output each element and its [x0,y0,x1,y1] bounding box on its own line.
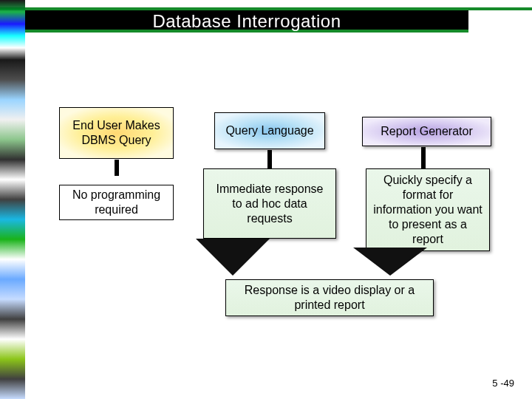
decorative-sidebar [0,0,25,399]
box-end-user-label: End User Makes DBMS Query [66,118,167,148]
box-response-label: Response is a video display or a printed… [232,283,427,313]
box-quickly-specify-label: Quickly specify a format for information… [372,173,483,247]
box-report-generator-label: Report Generator [381,124,473,139]
box-quickly-specify: Quickly specify a format for information… [366,168,490,251]
connector-1 [115,160,119,176]
box-end-user: End User Makes DBMS Query [59,107,174,159]
box-report-generator: Report Generator [362,117,491,146]
page-number: 5 -49 [492,378,514,389]
box-no-programming: No programming required [59,185,174,220]
arrow-down-icon [196,239,270,276]
connector-3 [421,147,426,168]
box-query-language-label: Query Language [225,123,313,138]
box-query-language: Query Language [214,112,325,149]
page-title: Database Interrogation [25,10,468,33]
connector-2 [267,150,272,168]
box-no-programming-label: No programming required [66,188,167,217]
arrow-down-icon [353,248,427,276]
title-bar: Database Interrogation [25,10,468,33]
box-response: Response is a video display or a printed… [225,279,434,316]
box-immediate-response: Immediate response to ad hoc data reques… [203,168,336,239]
box-immediate-response-label: Immediate response to ad hoc data reques… [210,182,330,226]
